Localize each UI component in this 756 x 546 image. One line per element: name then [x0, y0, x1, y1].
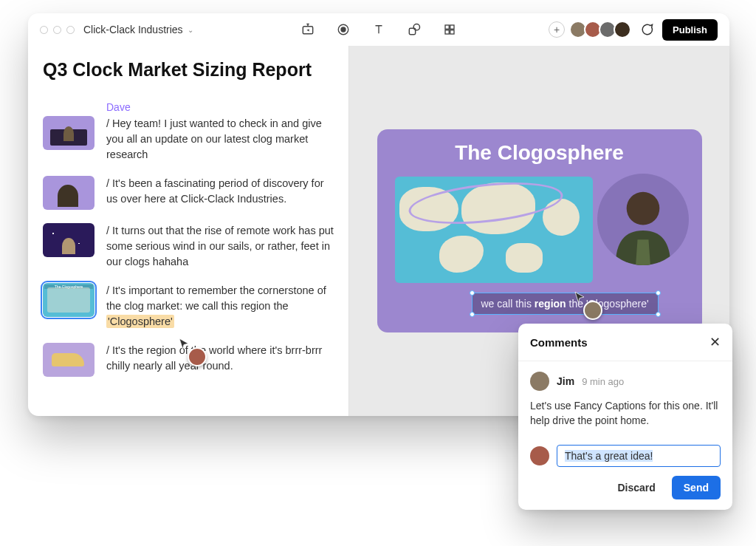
caption-box[interactable]: we call this region the 'Clogosphere'	[472, 293, 659, 315]
comments-title: Comments	[530, 336, 588, 349]
collaborator-cursor	[583, 301, 602, 320]
comments-header: Comments ✕	[518, 324, 732, 361]
svg-point-4	[413, 24, 419, 30]
comment-actions: Discard Send	[518, 467, 732, 499]
topbar: Click-Clack Industries ⌄ +	[28, 13, 729, 46]
transcript-text[interactable]: / It's been a fascinating period of disc…	[106, 176, 337, 210]
svg-point-2	[341, 27, 346, 32]
scene-thumb-selected[interactable]: The Clogosphere	[43, 283, 94, 317]
right-toolbar: + Publish	[549, 19, 718, 41]
scene-thumb[interactable]	[43, 223, 94, 257]
shapes-icon[interactable]	[407, 22, 422, 37]
collaborator-avatars[interactable]	[572, 21, 631, 38]
comment-avatar	[530, 372, 549, 391]
speaker-label: Dave	[106, 101, 337, 113]
transcript-row[interactable]: / It turns out that the rise of remote w…	[43, 223, 337, 270]
scene-thumb[interactable]	[43, 116, 94, 150]
project-name: Click-Clack Industries	[83, 24, 183, 35]
highlighted-text: 'Clogosphere'	[106, 315, 174, 328]
comment: Jim 9 min ago Let's use Fancy Captions f…	[518, 361, 732, 436]
project-dropdown[interactable]: Click-Clack Industries ⌄	[83, 24, 193, 35]
svg-rect-6	[450, 25, 454, 29]
text-icon[interactable]	[371, 22, 386, 37]
scene-thumb[interactable]	[43, 176, 94, 210]
transcript-text[interactable]: / Hey team! I just wanted to check in an…	[106, 116, 337, 163]
comment-author: Jim	[557, 375, 574, 387]
svg-point-9	[626, 192, 659, 225]
window-traffic-lights[interactable]	[40, 26, 75, 34]
slide[interactable]: The Clogosphere we	[377, 129, 702, 332]
comments-panel: Comments ✕ Jim 9 min ago Let's use Fancy…	[518, 324, 732, 510]
transcript-text[interactable]: / It's important to remember the corners…	[106, 283, 337, 330]
grid-icon[interactable]	[442, 22, 457, 37]
transcript-row[interactable]: / Hey team! I just wanted to check in an…	[43, 116, 337, 163]
record-icon[interactable]	[336, 22, 351, 37]
transcript-text[interactable]: / It turns out that the rise of remote w…	[106, 223, 337, 270]
slide-title: The Clogosphere	[377, 129, 702, 165]
collaborator-cursor	[188, 347, 207, 366]
world-map	[395, 177, 593, 283]
resize-handle[interactable]	[656, 290, 661, 296]
discard-button[interactable]: Discard	[610, 476, 662, 499]
chat-icon[interactable]	[639, 21, 655, 38]
add-button[interactable]: +	[549, 21, 565, 38]
center-toolbar	[300, 22, 457, 37]
chevron-down-icon: ⌄	[188, 26, 193, 34]
svg-rect-8	[450, 30, 454, 34]
reply-avatar	[530, 446, 549, 465]
comment-text: Let's use Fancy Captions for this one. I…	[530, 398, 721, 429]
document-title: Q3 Clock Market Sizing Report	[43, 59, 337, 81]
transcript-row[interactable]: The Clogosphere / It's important to reme…	[43, 283, 337, 330]
transcript-row[interactable]: / It's been a fascinating period of disc…	[43, 176, 337, 210]
publish-button[interactable]: Publish	[662, 19, 718, 41]
svg-rect-5	[445, 25, 449, 29]
transcript-text[interactable]: / It's the region of the world where it'…	[106, 343, 337, 377]
reply-row: That's a great idea!	[518, 436, 732, 467]
resize-handle[interactable]	[656, 312, 661, 317]
send-button[interactable]: Send	[672, 476, 721, 499]
close-icon[interactable]: ✕	[709, 334, 721, 350]
comment-time: 9 min ago	[582, 376, 624, 387]
svg-rect-7	[445, 30, 449, 34]
resize-handle[interactable]	[470, 290, 475, 296]
scene-thumb[interactable]	[43, 343, 94, 377]
media-icon[interactable]	[300, 22, 315, 37]
resize-handle[interactable]	[470, 312, 475, 317]
reply-input[interactable]: That's a great idea!	[557, 445, 721, 467]
presenter-video	[597, 174, 689, 265]
